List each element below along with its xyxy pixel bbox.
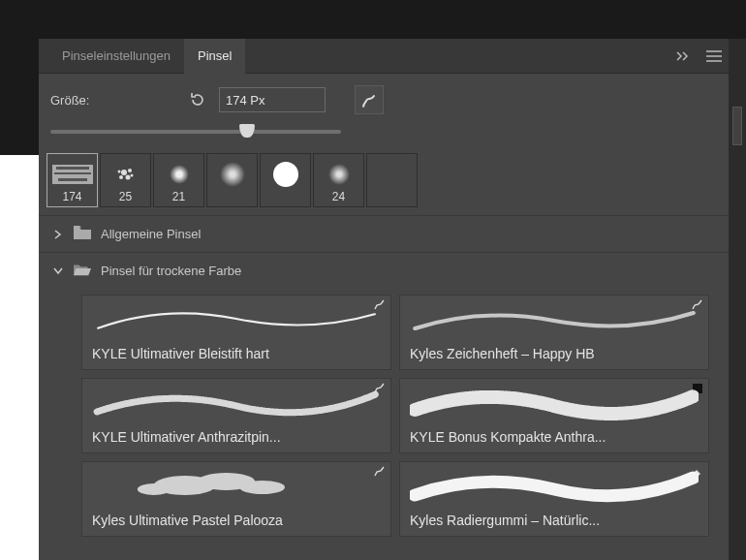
recent-brush-size: 25 bbox=[119, 190, 132, 203]
recent-brush[interactable]: 25 bbox=[100, 153, 151, 207]
tab-label: Pinseleinstellungen bbox=[62, 48, 171, 63]
svg-rect-1 bbox=[56, 167, 89, 170]
brush-preset[interactable]: Kyles Radiergummi – Natürlic... bbox=[399, 461, 709, 537]
recent-brushes-row: 174 25 21 24 bbox=[39, 153, 729, 215]
size-input[interactable] bbox=[219, 87, 326, 112]
recent-brush[interactable]: 174 bbox=[47, 153, 98, 207]
svg-point-7 bbox=[125, 175, 130, 180]
recent-brush-size: 21 bbox=[172, 190, 185, 203]
brush-preview-toggle-icon[interactable] bbox=[355, 85, 384, 114]
brush-label: Kyles Radiergummi – Natürlic... bbox=[410, 513, 699, 528]
size-label: Größe: bbox=[50, 93, 176, 108]
recent-brush-size: 24 bbox=[332, 190, 345, 203]
size-row: Größe: bbox=[39, 74, 729, 118]
brush-label: KYLE Ultimativer Bleistift hart bbox=[92, 346, 381, 361]
expand-panel-icon[interactable] bbox=[670, 39, 699, 74]
chevron-right-icon bbox=[52, 230, 64, 239]
brush-preset[interactable]: Kyles Zeichenheft – Happy HB bbox=[399, 295, 709, 370]
tab-brushes[interactable]: Pinsel bbox=[184, 39, 245, 74]
svg-rect-2 bbox=[54, 172, 91, 174]
svg-point-4 bbox=[121, 170, 127, 175]
brush-preset[interactable]: KYLE Bonus Kompakte Anthra... bbox=[399, 378, 709, 453]
svg-point-13 bbox=[239, 481, 285, 494]
collapsed-panel-stub[interactable] bbox=[732, 107, 742, 145]
recent-brush-size: 174 bbox=[62, 190, 81, 203]
recent-brush[interactable]: 21 bbox=[153, 153, 204, 207]
panel-tabs: Pinseleinstellungen Pinsel bbox=[39, 39, 729, 74]
brush-preset[interactable]: KYLE Ultimativer Bleistift hart bbox=[81, 295, 391, 370]
group-label: Allgemeine Pinsel bbox=[101, 227, 201, 241]
brush-label: Kyles Ultimative Pastel Palooza bbox=[92, 513, 381, 528]
folder-open-icon bbox=[74, 263, 91, 279]
reset-size-icon[interactable] bbox=[186, 88, 209, 111]
group-label: Pinsel für trockene Farbe bbox=[101, 264, 241, 278]
recent-brush[interactable] bbox=[366, 153, 418, 207]
svg-point-6 bbox=[119, 175, 123, 179]
brush-grid: KYLE Ultimativer Bleistift hart Kyles Ze… bbox=[39, 289, 729, 548]
svg-point-8 bbox=[130, 174, 133, 177]
svg-point-14 bbox=[138, 483, 171, 495]
folder-icon bbox=[74, 226, 91, 242]
recent-brush[interactable] bbox=[260, 153, 311, 207]
size-slider[interactable] bbox=[50, 122, 341, 141]
brush-group-dry[interactable]: Pinsel für trockene Farbe bbox=[39, 252, 729, 289]
brush-label: KYLE Bonus Kompakte Anthra... bbox=[410, 429, 699, 445]
recent-brush[interactable] bbox=[206, 153, 258, 207]
panel-menu-icon[interactable] bbox=[699, 39, 729, 74]
brush-group-general[interactable]: Allgemeine Pinsel bbox=[39, 215, 729, 252]
brush-preset[interactable]: Kyles Ultimative Pastel Palooza bbox=[81, 461, 391, 537]
svg-point-5 bbox=[128, 169, 132, 172]
brush-preset[interactable]: KYLE Ultimativer Anthrazitpin... bbox=[81, 378, 391, 453]
svg-point-9 bbox=[117, 171, 120, 173]
recent-brush[interactable]: 24 bbox=[313, 153, 364, 207]
brush-label: KYLE Ultimativer Anthrazitpin... bbox=[92, 429, 381, 445]
tab-brush-settings[interactable]: Pinseleinstellungen bbox=[48, 39, 184, 74]
tab-label: Pinsel bbox=[198, 48, 232, 63]
brushes-panel: Pinseleinstellungen Pinsel Größe: bbox=[39, 39, 729, 560]
svg-rect-3 bbox=[58, 178, 87, 181]
brush-label: Kyles Zeichenheft – Happy HB bbox=[410, 346, 699, 361]
slider-thumb-icon[interactable] bbox=[239, 124, 255, 138]
chevron-down-icon bbox=[52, 267, 64, 275]
